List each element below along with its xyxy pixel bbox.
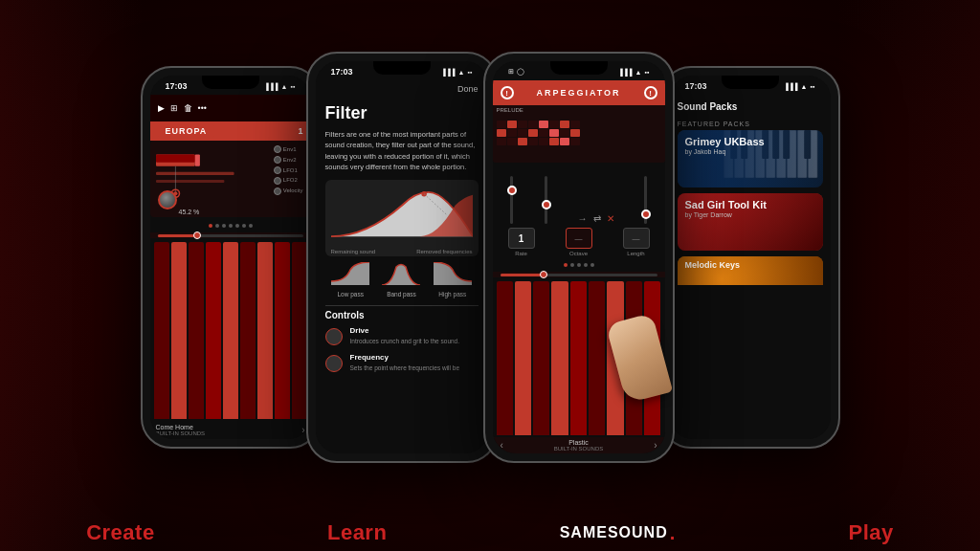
octave-box[interactable]: — xyxy=(566,228,592,249)
play-label: Play xyxy=(849,520,894,545)
p3-key-6 xyxy=(589,281,605,435)
create-label: Create xyxy=(86,520,154,545)
pack-card-grimey[interactable]: Grimey UKBass by Jakob Haq xyxy=(678,130,823,187)
sc-8[interactable] xyxy=(570,121,580,128)
sc-23[interactable] xyxy=(560,138,569,145)
sc-7[interactable] xyxy=(560,121,569,128)
sc-19[interactable] xyxy=(518,138,527,145)
x-icon[interactable]: ✕ xyxy=(607,213,614,224)
frequency-desc: Sets the point where frequencies will be xyxy=(350,364,460,372)
key-7 xyxy=(257,242,273,419)
big-knob[interactable] xyxy=(158,190,177,209)
sc-3[interactable] xyxy=(518,121,527,128)
chevron-right-icon[interactable]: › xyxy=(301,425,304,435)
remaining-label: Remaining sound xyxy=(331,249,376,254)
key-5 xyxy=(223,242,238,419)
p3-key-2 xyxy=(515,281,531,435)
pack-1-name: Grimey UKBass xyxy=(685,136,815,148)
svg-rect-1 xyxy=(156,155,195,163)
pack-1-info: Grimey UKBass by Jakob Haq xyxy=(678,130,823,161)
p3-key-1 xyxy=(497,281,513,435)
phone3-status-icons-right: ▐▐▐ ▲ ▪▪ xyxy=(618,69,650,76)
phone3-slider[interactable] xyxy=(493,272,665,277)
key-9 xyxy=(292,242,307,419)
filter-type-lowpass[interactable]: Low pass xyxy=(331,262,369,298)
sc-24[interactable] xyxy=(570,138,580,145)
sc-21[interactable] xyxy=(539,138,548,145)
svg-rect-3 xyxy=(156,172,234,175)
sc-22[interactable] xyxy=(549,138,559,145)
phone1-slider[interactable] xyxy=(150,232,311,238)
dot-4 xyxy=(229,224,233,228)
sc-1[interactable] xyxy=(497,121,506,128)
sc-10[interactable] xyxy=(507,129,517,137)
sc-18[interactable] xyxy=(507,138,517,145)
signal-icon-4: ▐▐▐ xyxy=(784,83,798,90)
pack-card-melodic[interactable]: Melodic Keys xyxy=(678,256,823,285)
filter-type-bandpass[interactable]: Band pass xyxy=(382,262,420,298)
dot-5 xyxy=(235,224,239,228)
pack-2-info: Sad Girl Tool Kit by Tiger Darrow xyxy=(678,193,823,224)
phone1-piano-roll[interactable] xyxy=(150,240,311,421)
sc-15[interactable] xyxy=(560,129,569,137)
more-icon[interactable]: ••• xyxy=(198,103,207,113)
sc-20[interactable] xyxy=(528,138,538,145)
learn-label: Learn xyxy=(327,520,387,545)
signal-icon-3: ▐▐▐ xyxy=(618,69,633,76)
arpegg-icon-left[interactable]: ! xyxy=(501,86,514,99)
phone2-screen: 17:03 ▐▐▐ ▲ ▪▪ Done Filter Filters are o… xyxy=(316,61,488,453)
pack-card-sadgirl[interactable]: Sad Girl Tool Kit by Tiger Darrow xyxy=(678,193,823,251)
seq-grid[interactable]: PRELUDE xyxy=(493,105,665,163)
arrow-icon[interactable]: → xyxy=(578,213,588,224)
featured-packs-label: FEATURED PACKS xyxy=(670,118,831,130)
sc-9[interactable] xyxy=(497,129,506,137)
phone1-toolbar: ▶ ⊞ 🗑 ••• xyxy=(158,103,207,113)
sc-2[interactable] xyxy=(507,121,517,128)
sc-12[interactable] xyxy=(528,129,538,137)
phone1-notch xyxy=(202,76,259,89)
phone3-icon-1: ⊞ xyxy=(508,68,514,76)
dot-1 xyxy=(209,224,212,228)
samesound-logo: SAMESOUND . xyxy=(560,522,677,544)
sc-13[interactable] xyxy=(539,129,548,137)
phone2-time: 17:03 xyxy=(331,67,353,77)
pack-2-author: by Tiger Darrow xyxy=(685,211,815,218)
next-arrow[interactable]: › xyxy=(654,440,657,451)
play-icon[interactable]: ▶ xyxy=(158,103,165,113)
grid-icon[interactable]: ⊞ xyxy=(170,103,178,113)
signal-icon-2: ▐▐▐ xyxy=(441,69,456,76)
rate-box[interactable]: 1 xyxy=(508,228,535,249)
sc-6[interactable] xyxy=(549,121,559,128)
slider-1[interactable] xyxy=(497,176,527,224)
split-icon[interactable]: ⇄ xyxy=(593,213,601,224)
prev-arrow[interactable]: ‹ xyxy=(501,440,503,451)
svg-rect-2 xyxy=(194,155,199,166)
trash-icon[interactable]: 🗑 xyxy=(184,103,192,113)
sc-17[interactable] xyxy=(497,138,506,145)
sliders-area: → ⇄ ✕ xyxy=(493,166,665,224)
done-button[interactable]: Done xyxy=(457,84,479,94)
sc-14[interactable] xyxy=(549,129,559,137)
svg-rect-4 xyxy=(156,180,224,183)
slider-2[interactable] xyxy=(531,176,562,224)
prelude-label: PRELUDE xyxy=(497,107,523,113)
key-6 xyxy=(240,242,256,419)
p3-key-3 xyxy=(533,281,549,435)
seq-row-2 xyxy=(497,129,661,137)
sc-16[interactable] xyxy=(570,129,580,137)
frequency-name: Frequency xyxy=(350,353,460,362)
filter-type-highpass[interactable]: High pass xyxy=(434,262,472,298)
dot-7 xyxy=(249,224,253,228)
length-box[interactable]: — xyxy=(623,228,650,249)
p3-key-4 xyxy=(551,281,568,435)
filter-annotations: Remaining sound Removed frequencies xyxy=(331,249,473,254)
phones-container: 17:03 ▐▐▐ ▲ ▪▪ ▶ ⊞ 🗑 ••• xyxy=(0,0,980,515)
sc-11[interactable] xyxy=(518,129,527,137)
arpegg-icon-right[interactable]: ! xyxy=(644,86,657,99)
p3-dot-1 xyxy=(564,263,568,267)
sc-5[interactable] xyxy=(539,121,548,128)
phone3-song-subtitle: BUILT-IN SOUNDS xyxy=(554,446,604,452)
slider-3[interactable] xyxy=(631,176,661,224)
sc-4[interactable] xyxy=(528,121,538,128)
key-3 xyxy=(189,242,204,419)
